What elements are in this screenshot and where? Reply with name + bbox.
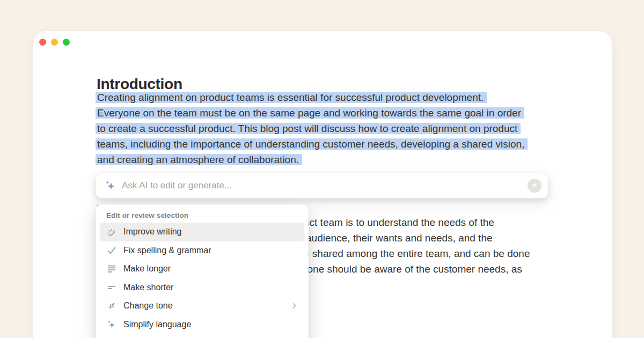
make-shorter-icon [106, 282, 117, 293]
minimize-window-button[interactable] [51, 39, 58, 46]
make-longer-icon [106, 263, 117, 274]
menu-item-make-longer[interactable]: Make longer [100, 260, 304, 278]
background-text-fragment: e shared among the entire team, and can … [304, 247, 530, 261]
selected-text-line: Everyone on the team must be on the same… [96, 105, 528, 121]
menu-item-label: Simplify language [123, 320, 298, 329]
background-text-fragment: uct team is to understand the needs of t… [304, 216, 494, 230]
improve-writing-icon [106, 226, 117, 237]
chevron-right-icon [290, 302, 298, 310]
menu-item-fix-spelling-grammar[interactable]: Fix spelling & grammar [100, 241, 304, 260]
menu-item-change-tone[interactable]: Change tone [100, 297, 304, 315]
menu-item-label: Make shorter [123, 283, 298, 292]
menu-item-make-shorter[interactable]: Make shorter [100, 278, 304, 297]
background-text-fragment: audience, their wants and needs, and the [306, 231, 493, 245]
submit-prompt-button[interactable] [528, 179, 541, 193]
ai-actions-menu: Edit or review selection Improve writing… [96, 204, 309, 338]
selected-paragraph[interactable]: Creating alignment on product teams is e… [96, 90, 528, 167]
selected-text-line: and creating an atmosphere of collaborat… [96, 152, 528, 167]
menu-item-label: Make longer [123, 264, 298, 274]
selected-text-line: Creating alignment on product teams is e… [96, 90, 528, 105]
menu-item-label: Fix spelling & grammar [123, 246, 298, 255]
background-text-fragment: yone should be aware of the customer nee… [302, 262, 522, 276]
ai-prompt-input[interactable] [121, 180, 528, 192]
close-window-button[interactable] [39, 39, 46, 46]
zoom-window-button[interactable] [63, 39, 70, 46]
menu-item-simplify-language[interactable]: Simplify language [100, 315, 304, 334]
ai-prompt-bar[interactable] [96, 173, 548, 199]
menu-section-label: Edit or review selection [106, 211, 298, 219]
selected-text-line: to create a successful product. This blo… [96, 121, 528, 136]
check-icon [106, 245, 117, 256]
menu-item-improve-writing[interactable]: Improve writing [100, 223, 304, 241]
menu-item-label: Change tone [123, 301, 290, 311]
ai-sparkle-icon [105, 180, 116, 192]
sparkle-icon [106, 319, 117, 330]
microphone-icon [106, 300, 117, 311]
selected-text-line: teams, including the importance of under… [96, 136, 528, 152]
menu-item-label: Improve writing [123, 227, 298, 237]
arrow-up-icon [531, 182, 538, 189]
